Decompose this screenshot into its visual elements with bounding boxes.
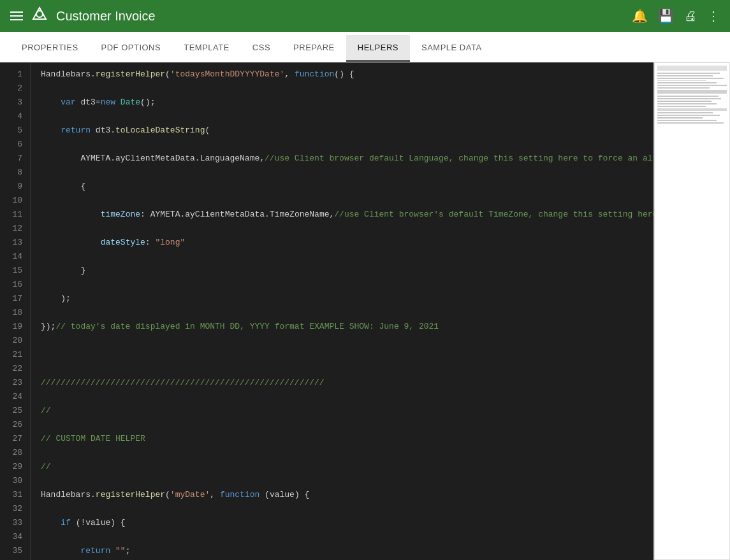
svg-point-0 <box>36 11 43 17</box>
tab-template[interactable]: TEMPLATE <box>172 35 241 62</box>
tab-helpers[interactable]: HELPERS <box>346 35 410 62</box>
code-text[interactable]: Handlebars.registerHelper('todaysMonthDD… <box>31 62 653 560</box>
more-icon[interactable]: ⋮ <box>707 8 720 24</box>
code-editor[interactable]: 1 2 3 4 5 6 7 8 9 10 11 12 13 14 15 16 1… <box>0 62 653 560</box>
preview-thumbnail <box>654 62 730 560</box>
print-icon[interactable]: 🖨 <box>684 9 697 24</box>
page-title: Customer Invoice <box>56 9 156 24</box>
main-content: 1 2 3 4 5 6 7 8 9 10 11 12 13 14 15 16 1… <box>0 62 730 560</box>
hamburger-menu[interactable] <box>10 11 23 20</box>
line-numbers: 1 2 3 4 5 6 7 8 9 10 11 12 13 14 15 16 1… <box>0 62 31 560</box>
tab-properties[interactable]: PROPERTIES <box>10 35 90 62</box>
tab-bar: PROPERTIES PDF OPTIONS TEMPLATE CSS PREP… <box>0 32 730 62</box>
header-right: 🔔 💾 🖨 ⋮ <box>632 8 720 24</box>
tab-css[interactable]: CSS <box>241 35 282 62</box>
tab-sample-data[interactable]: SAMPLE DATA <box>410 35 493 62</box>
bell-icon[interactable]: 🔔 <box>632 8 648 24</box>
tab-pdf-options[interactable]: PDF OPTIONS <box>90 35 173 62</box>
save-icon[interactable]: 💾 <box>658 8 674 24</box>
app-header: Customer Invoice 🔔 💾 🖨 ⋮ <box>0 0 730 32</box>
header-left: Customer Invoice <box>10 5 624 27</box>
preview-panel <box>653 62 730 560</box>
tab-prepare[interactable]: PREPARE <box>282 35 346 62</box>
app-logo <box>31 5 48 27</box>
